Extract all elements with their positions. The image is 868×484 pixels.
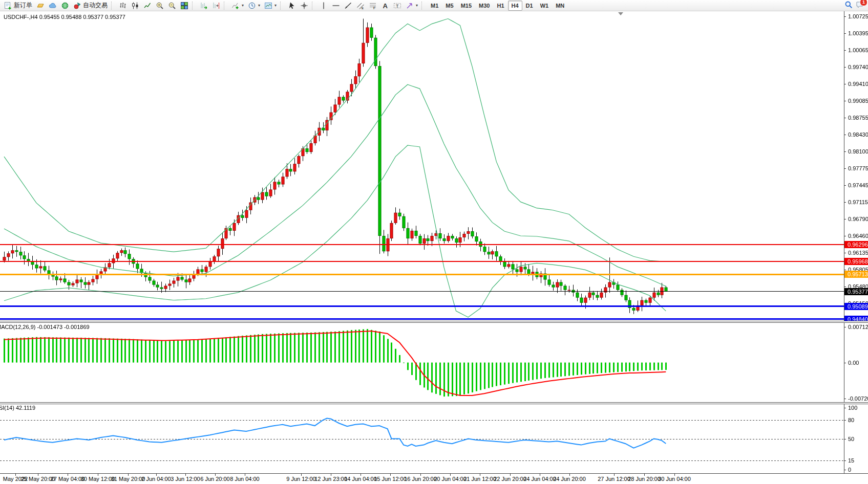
fibonacci-button[interactable]: F [367, 0, 379, 11]
bar-chart-button[interactable] [117, 0, 129, 11]
svg-text:F: F [373, 6, 375, 10]
auto-scroll-button[interactable] [198, 0, 210, 11]
time-axis-label: 21 Jun 12:00 [463, 476, 496, 482]
chart-shift-icon [212, 2, 220, 10]
templates-button[interactable]: ▾ [262, 0, 279, 11]
autotrading-icon [73, 2, 81, 10]
timeframe-button-d1[interactable]: D1 [522, 1, 537, 11]
time-axis-label: 20 Jun 04:00 [434, 476, 467, 482]
time-axis-label: 15 Jun 12:00 [374, 476, 407, 482]
zoom-out-icon [168, 2, 176, 10]
indicators-button[interactable]: ▾ [229, 0, 246, 11]
support-line-lower[interactable] [0, 318, 844, 320]
time-axis[interactable]: May 202225 May 20:0027 May 04:0030 May 1… [0, 473, 868, 484]
time-axis-label: 30 May 12:00 [81, 476, 115, 482]
price-axis-tick [844, 270, 846, 270]
text-button[interactable]: A [379, 0, 391, 11]
tile-windows-button[interactable] [178, 0, 190, 11]
time-axis-label: 8 Jun 04:00 [230, 476, 260, 482]
timeframe-button-mn[interactable]: MN [552, 1, 568, 11]
price-axis-tick [844, 67, 846, 68]
trendline-icon [344, 2, 352, 10]
search-icon[interactable] [844, 1, 853, 11]
price-axis-tick-label: 1.00725 [848, 13, 868, 19]
macd-axis-tick [844, 327, 846, 327]
price-axis-tick-label: 0.98430 [848, 131, 868, 138]
panel-divider-rsi[interactable] [0, 402, 868, 404]
new-order-button-label: 新订单 [14, 1, 32, 10]
zoom-in-icon [156, 2, 164, 10]
timeframe-button-m30[interactable]: M30 [475, 1, 493, 11]
timeframe-button-h1[interactable]: H1 [493, 1, 507, 11]
label-button[interactable]: T [391, 0, 404, 11]
timeframe-button-w1[interactable]: W1 [537, 1, 553, 11]
candle-chart-button[interactable] [129, 0, 141, 11]
price-axis-tick [844, 151, 846, 152]
price-badge-0.95713: 0.95713 [844, 271, 868, 278]
price-axis-tick-label: 0.97775 [848, 165, 868, 171]
price-axis-tick-label: 1.00065 [848, 47, 868, 53]
price-axis-tick-label: 0.96790 [848, 216, 868, 222]
time-axis-label: 6 Jun 20:00 [200, 476, 230, 482]
toolbar-separator [111, 2, 115, 10]
timeframe-button-m1[interactable]: M1 [427, 1, 442, 11]
resistance-line-upper[interactable] [0, 244, 844, 245]
cursor-icon [288, 2, 296, 10]
chat-button[interactable]: 1 [856, 1, 864, 11]
horizontal-line-button[interactable] [330, 0, 342, 11]
equidistant-channel-button[interactable]: E [354, 0, 367, 11]
zoom-in-button[interactable] [154, 0, 166, 11]
trendline-button[interactable] [342, 0, 354, 11]
panel-divider-macd[interactable] [0, 321, 868, 323]
price-axis-tick-label: 0.99085 [848, 98, 868, 104]
cloud-button[interactable] [47, 0, 59, 11]
price-axis-tick [844, 219, 846, 219]
new-order-button[interactable]: 新订单 [2, 0, 34, 11]
new-order-icon [4, 2, 12, 10]
vertical-line-button[interactable] [317, 0, 330, 11]
arrows-button[interactable]: ▾ [404, 0, 420, 11]
price-badge-0.96296: 0.96296 [844, 241, 868, 248]
macd-axis-tick-label: 0.00 [848, 360, 859, 366]
pivot-line[interactable] [0, 274, 844, 275]
toolbar-separator [224, 2, 227, 10]
time-axis-label: 3 Jun 12:00 [171, 476, 200, 482]
rsi-axis-tick-label: 80 [848, 417, 854, 423]
periods-button[interactable]: ▾ [246, 0, 262, 11]
chart-shift-marker [618, 12, 623, 15]
timeframe-button-h4[interactable]: H4 [508, 1, 522, 11]
price-axis-tick [844, 101, 846, 101]
chart-window: USDCHF-,H4 0.95455 0.95488 0.95377 0.953… [0, 11, 868, 484]
current-price-line[interactable] [0, 291, 844, 292]
tile-windows-icon [180, 2, 188, 10]
horizontal-line-icon [332, 2, 340, 10]
cursor-button[interactable] [286, 0, 298, 11]
chart-canvas[interactable] [0, 11, 868, 484]
time-axis-label: 27 Jun 12:00 [598, 476, 630, 482]
chevron-down-icon: ▾ [242, 3, 244, 8]
autotrading-button[interactable]: 自动交易 [71, 0, 110, 11]
toolbar-separator [192, 2, 196, 10]
timeframe-button-m5[interactable]: M5 [442, 1, 457, 11]
svg-text:E: E [362, 7, 364, 10]
line-chart-button[interactable] [141, 0, 154, 11]
resistance-line-lower[interactable] [0, 261, 844, 262]
price-axis-tick-label: 0.99740 [848, 64, 868, 70]
rsi-label: RSI(14) 42.1119 [0, 405, 35, 411]
svg-text:A: A [383, 2, 388, 9]
chevron-down-icon: ▾ [416, 3, 418, 8]
zoom-out-button[interactable] [166, 0, 178, 11]
price-badge-0.95377: 0.95377 [844, 288, 868, 295]
rsi-axis-tick [844, 408, 846, 408]
crosshair-button[interactable] [298, 0, 310, 11]
gold-button[interactable] [34, 0, 47, 11]
timeframe-button-m15[interactable]: M15 [457, 1, 475, 11]
price-axis-tick [844, 84, 846, 84]
macd-axis-tick [844, 399, 846, 399]
crosshair-icon [300, 2, 308, 10]
signals-button[interactable] [59, 0, 71, 11]
rsi-axis-tick-label: 0 [848, 467, 851, 473]
signal-icon [61, 2, 69, 10]
chart-shift-button[interactable] [210, 0, 222, 11]
support-line-upper[interactable] [0, 305, 844, 307]
